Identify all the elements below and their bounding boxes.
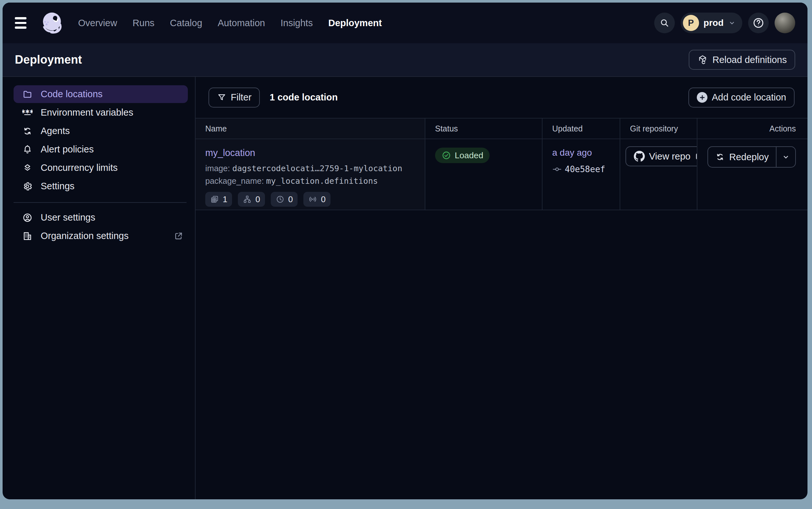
- external-link-icon: [695, 152, 697, 161]
- sidebar-item-user-settings[interactable]: User settings: [13, 209, 188, 227]
- sync-icon: [22, 126, 33, 136]
- git-repository-cell: View repo: [620, 139, 697, 210]
- code-location-name-link[interactable]: my_location: [205, 147, 255, 158]
- nav-insights[interactable]: Insights: [281, 18, 313, 28]
- sidebar-item-label: Alert policies: [41, 144, 94, 155]
- building-icon: [22, 231, 33, 241]
- commit-line: 40e58eef: [552, 164, 620, 174]
- sidebar-item-code-locations[interactable]: Code locations: [13, 85, 188, 103]
- page-header: Deployment Reload definitions: [3, 43, 808, 77]
- image-value: dagstercodelocati…2759-1-mylocation: [232, 164, 402, 173]
- empty-content-area: [195, 210, 808, 499]
- filter-label: Filter: [231, 92, 251, 103]
- schedules-count-badge: 0: [271, 192, 298, 207]
- nav-runs[interactable]: Runs: [133, 18, 155, 28]
- add-code-location-button[interactable]: Add code location: [689, 88, 795, 107]
- job-graph-icon: [243, 195, 252, 204]
- sidebar-divider: [13, 202, 187, 203]
- dagster-logo[interactable]: [39, 10, 65, 36]
- sensors-count-badge: 0: [303, 192, 330, 207]
- image-meta-line: image: dagstercodelocati…2759-1-mylocati…: [205, 162, 425, 175]
- status-badge: Loaded: [435, 147, 490, 163]
- package-value: my_location.definitions: [266, 176, 378, 186]
- sidebar-item-concurrency-limits[interactable]: Concurrency limits: [13, 159, 188, 177]
- filter-button[interactable]: Filter: [209, 88, 260, 107]
- jobs-count: 0: [255, 195, 260, 204]
- sensors-count: 0: [321, 195, 325, 204]
- sidebar-item-label: Settings: [41, 181, 75, 192]
- app-window: Overview Runs Catalog Automation Insight…: [3, 3, 808, 499]
- main-content: Filter 1 code location Add code location…: [195, 77, 808, 499]
- nav-deployment[interactable]: Deployment: [328, 18, 382, 28]
- commit-hash: 40e58eef: [565, 164, 605, 174]
- code-locations-toolbar: Filter 1 code location Add code location: [195, 77, 808, 118]
- page-title: Deployment: [15, 53, 82, 67]
- help-icon: [752, 17, 765, 29]
- help-button[interactable]: [748, 12, 769, 33]
- status-label: Loaded: [455, 150, 483, 161]
- code-location-row: my_location image: dagstercodelocati…275…: [195, 139, 808, 210]
- redeploy-button[interactable]: Redeploy: [708, 147, 776, 167]
- funnel-icon: [217, 93, 227, 102]
- sidebar-item-settings[interactable]: Settings: [13, 177, 188, 195]
- add-code-location-label: Add code location: [712, 92, 786, 103]
- schedule-clock-icon: [275, 195, 285, 204]
- svg-text:✱✱✱: ✱✱✱: [22, 108, 33, 115]
- git-commit-icon: [552, 164, 562, 174]
- image-label: image:: [205, 164, 230, 173]
- sidebar-item-environment-variables[interactable]: ✱✱✱ Environment variables: [13, 104, 188, 122]
- sidebar-item-label: Code locations: [41, 89, 103, 99]
- check-circle-icon: [442, 150, 451, 160]
- definition-count-badges: 1 0: [205, 192, 425, 207]
- chevron-down-icon: [728, 19, 736, 27]
- external-link-icon: [174, 231, 183, 241]
- search-icon: [659, 18, 670, 28]
- updated-time-link[interactable]: a day ago: [552, 147, 592, 158]
- nav-automation[interactable]: Automation: [218, 18, 265, 28]
- column-header-status: Status: [426, 118, 543, 139]
- package-label: package_name:: [205, 176, 264, 185]
- redeploy-label: Redeploy: [729, 152, 769, 163]
- sidebar-item-organization-settings[interactable]: Organization settings: [13, 227, 188, 245]
- status-cell: Loaded: [426, 139, 543, 210]
- hamburger-menu-icon[interactable]: [15, 17, 30, 29]
- assets-count: 1: [223, 195, 227, 204]
- jobs-count-badge: 0: [238, 192, 265, 207]
- updated-cell: a day ago 40e58eef: [543, 139, 620, 210]
- search-button[interactable]: [654, 12, 675, 33]
- bell-icon: [22, 144, 33, 155]
- deployment-switcher[interactable]: P prod: [681, 12, 742, 33]
- sidebar-item-alert-policies[interactable]: Alert policies: [13, 140, 188, 158]
- nav-catalog[interactable]: Catalog: [170, 18, 202, 28]
- sidebar-item-label: Agents: [41, 126, 70, 136]
- sidebar-item-label: Concurrency limits: [41, 163, 118, 173]
- folder-icon: [22, 89, 33, 99]
- redeploy-more-button[interactable]: [776, 147, 795, 167]
- env-vars-icon: ✱✱✱: [22, 107, 33, 118]
- view-repo-button[interactable]: View repo: [625, 146, 697, 166]
- column-header-name: Name: [195, 118, 426, 139]
- nav-overview[interactable]: Overview: [78, 18, 117, 28]
- deployment-initial-badge: P: [683, 15, 699, 31]
- top-nav-bar: Overview Runs Catalog Automation Insight…: [3, 3, 808, 43]
- assets-count-badge: 1: [205, 192, 232, 207]
- reload-cube-icon: [697, 54, 708, 65]
- assets-grid-icon: [210, 195, 219, 204]
- chevron-down-icon: [782, 153, 790, 161]
- sidebar-item-agents[interactable]: Agents: [13, 122, 188, 140]
- name-cell: my_location image: dagstercodelocati…275…: [195, 139, 426, 210]
- sync-icon: [715, 152, 725, 162]
- column-header-actions: Actions: [697, 118, 808, 139]
- reload-definitions-button[interactable]: Reload definitions: [689, 50, 795, 70]
- sidebar-item-label: User settings: [41, 212, 95, 223]
- user-circle-icon: [22, 212, 33, 223]
- code-location-count: 1 code location: [269, 92, 338, 103]
- sidebar-item-label: Environment variables: [41, 107, 133, 118]
- schedules-count: 0: [288, 195, 293, 204]
- view-repo-label: View repo: [649, 151, 690, 162]
- primary-nav: Overview Runs Catalog Automation Insight…: [78, 18, 382, 28]
- redeploy-split-button: Redeploy: [707, 146, 796, 168]
- user-avatar[interactable]: [775, 12, 795, 33]
- column-header-git-repository: Git repository: [620, 118, 697, 139]
- deployment-sidebar: Code locations ✱✱✱ Environment variables: [3, 77, 195, 499]
